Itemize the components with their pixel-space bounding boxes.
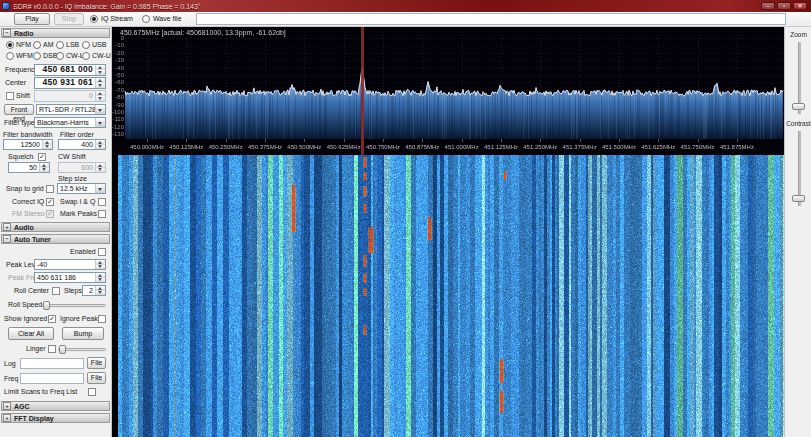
freq-file-button[interactable]: File	[87, 372, 106, 384]
filter-order-label: Filter order	[60, 131, 94, 138]
close-button[interactable]: ✕	[793, 2, 807, 10]
window-controls: – ▫ ✕	[761, 2, 807, 10]
chevron-down-icon	[95, 105, 105, 114]
frequency-tick-label: 451.625MHz	[641, 144, 675, 150]
mode-radio-cwl[interactable]	[56, 52, 64, 60]
chevron-down-icon	[95, 118, 105, 127]
audio-collapse-icon[interactable]: +	[3, 223, 11, 231]
log-file-button[interactable]: File	[87, 357, 106, 369]
contrast-slider-thumb[interactable]	[792, 195, 805, 202]
frequency-spinner[interactable]	[95, 65, 105, 75]
iq-stream-radio[interactable]	[90, 15, 98, 23]
mode-radio-am[interactable]	[33, 41, 41, 49]
linger-slider-thumb[interactable]	[59, 345, 66, 354]
linger-checkbox[interactable]	[48, 345, 56, 353]
swap-iq-label: Swap I & Q	[60, 198, 95, 205]
enabled-checkbox[interactable]	[98, 248, 106, 256]
shift-spinner	[95, 91, 105, 101]
app-icon	[2, 2, 10, 10]
peak-freq-input[interactable]: 450 631 186	[34, 272, 106, 283]
play-button[interactable]: Play	[14, 13, 50, 25]
toolbar: Play Stop IQ Stream Wave file	[0, 12, 811, 27]
mark-peaks-checkbox[interactable]	[98, 210, 106, 218]
freq-file-input[interactable]	[20, 373, 84, 384]
center-spinner[interactable]	[95, 78, 105, 88]
zoom-slider-thumb[interactable]	[792, 103, 805, 110]
db-tick-label: -90	[112, 102, 124, 108]
frequency-tick-label: 450.875MHz	[405, 144, 439, 150]
clear-all-button[interactable]: Clear All	[8, 327, 54, 340]
peak-level-input[interactable]: -40	[34, 259, 106, 270]
filter-type-label: Filter type	[4, 119, 35, 126]
minimize-button[interactable]: –	[761, 2, 775, 10]
snap-to-grid-checkbox[interactable]	[46, 185, 54, 193]
waterfall-plot[interactable]	[112, 155, 784, 437]
shift-checkbox[interactable]	[6, 92, 14, 100]
radio-collapse-icon[interactable]: −	[3, 29, 11, 37]
wave-file-label: Wave file	[153, 15, 182, 22]
mode-radio-cwu[interactable]	[82, 52, 90, 60]
frequency-tick-label: 450.625MHz	[327, 144, 361, 150]
frequency-tick-label: 451.750MHz	[681, 144, 715, 150]
mode-radio-dsb[interactable]	[33, 52, 41, 60]
maximize-button[interactable]: ▫	[777, 2, 791, 10]
frequency-tick-label: 450.000MHz	[130, 144, 164, 150]
log-file-input[interactable]	[20, 358, 84, 369]
tuning-marker[interactable]	[361, 27, 364, 155]
steps-input[interactable]: 2	[82, 285, 106, 296]
frequency-tick-label: 450.250MHz	[209, 144, 243, 150]
spectrum-plot[interactable]	[112, 27, 784, 139]
filter-order-input[interactable]: 400	[58, 139, 106, 150]
wave-file-radio[interactable]	[142, 15, 150, 23]
iq-stream-label: IQ Stream	[101, 15, 133, 22]
frequency-tick-label: 451.875MHz	[720, 144, 754, 150]
axis-tick	[383, 139, 384, 142]
stop-button[interactable]: Stop	[54, 13, 84, 25]
left-panel: − Radio NFM AM LSB USB WFM DSB CW-L CW-U…	[0, 27, 112, 437]
correct-iq-checkbox[interactable]	[46, 198, 54, 206]
mode-radio-usb[interactable]	[82, 41, 90, 49]
window-title: SDR# v0.0.0.0 - IQ Imbalance: Gain = 0.9…	[13, 3, 201, 10]
axis-tick	[304, 139, 305, 142]
filter-bandwidth-input[interactable]: 12500	[3, 139, 53, 150]
frequency-tick-label: 451.500MHz	[602, 144, 636, 150]
show-ignored-checkbox[interactable]	[48, 315, 56, 323]
frequency-tick-label: 450.125MHz	[169, 144, 203, 150]
mode-radio-wfm[interactable]	[6, 52, 14, 60]
db-tick-label: 0	[112, 35, 124, 41]
frequency-input[interactable]: 450 681 000	[34, 64, 106, 76]
roll-speed-slider[interactable]	[42, 304, 106, 307]
fft-display-collapse-icon[interactable]: +	[3, 414, 11, 422]
front-end-button[interactable]: Front end	[4, 104, 34, 115]
fft-display-section-header[interactable]: + FFT Display	[1, 413, 110, 423]
filter-type-select[interactable]: Blackman-Harris	[34, 117, 106, 128]
center-input[interactable]: 450 931 061	[34, 77, 106, 89]
linger-label: Linger	[26, 345, 45, 352]
agc-section-header[interactable]: + AGC	[1, 401, 110, 411]
radio-section-header[interactable]: − Radio	[1, 28, 110, 38]
axis-tick	[462, 139, 463, 142]
axis-tick	[698, 139, 699, 142]
squelch-checkbox[interactable]	[38, 153, 46, 161]
frequency-tick-label: 451.125MHz	[484, 144, 518, 150]
roll-speed-slider-thumb[interactable]	[43, 301, 50, 310]
axis-tick	[658, 139, 659, 142]
db-tick-label: -60	[112, 79, 124, 85]
swap-iq-checkbox[interactable]	[98, 198, 106, 206]
mode-radio-nfm[interactable]	[6, 41, 14, 49]
auto-tuner-collapse-icon[interactable]: −	[3, 235, 11, 243]
wave-file-path-input[interactable]	[196, 13, 786, 25]
squelch-input[interactable]: 50	[8, 162, 50, 173]
roll-center-checkbox[interactable]	[52, 287, 60, 295]
front-end-select[interactable]: RTL-SDR / RTL2832U	[36, 104, 106, 115]
ignore-peak-checkbox[interactable]	[98, 315, 106, 323]
bump-button[interactable]: Bump	[62, 327, 104, 340]
agc-collapse-icon[interactable]: +	[3, 402, 11, 410]
audio-section-header[interactable]: + Audio	[1, 222, 110, 232]
cw-shift-label: CW Shift	[58, 153, 86, 160]
auto-tuner-section-header[interactable]: − Auto Tuner	[1, 234, 110, 244]
step-size-select[interactable]: 12.5 kHz	[57, 183, 106, 194]
frequency-tick-label: 450.500MHz	[287, 144, 321, 150]
limit-scans-checkbox[interactable]	[88, 388, 96, 396]
mode-radio-lsb[interactable]	[56, 41, 64, 49]
